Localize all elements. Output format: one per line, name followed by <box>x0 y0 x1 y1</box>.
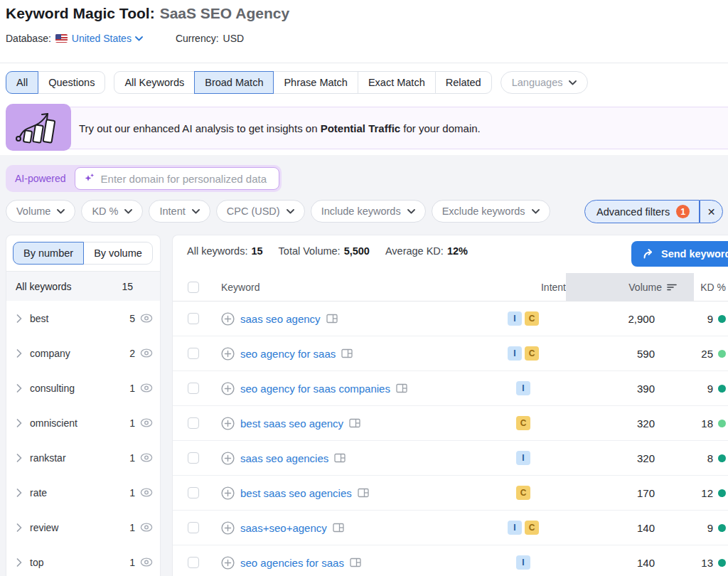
filter-include-keywords[interactable]: Include keywords <box>311 200 426 223</box>
row-checkbox[interactable] <box>188 348 199 359</box>
eye-icon[interactable] <box>140 383 153 393</box>
chevron-right-icon[interactable] <box>16 419 22 427</box>
keyword-group-row[interactable]: omniscient 1 <box>6 405 160 440</box>
eye-icon[interactable] <box>140 418 153 427</box>
tab-questions[interactable]: Questions <box>38 71 105 94</box>
row-checkbox[interactable] <box>188 557 199 568</box>
serp-icon[interactable] <box>341 348 353 358</box>
tab-phrase-match[interactable]: Phrase Match <box>273 71 358 94</box>
database-label: Database: <box>6 33 51 44</box>
row-checkbox[interactable] <box>188 417 199 429</box>
chevron-right-icon[interactable] <box>16 523 22 532</box>
database-selector[interactable]: United States <box>72 33 143 44</box>
filter-cpc-usd[interactable]: CPC (USD) <box>216 200 305 223</box>
keyword-group-row[interactable]: consulting 1 <box>6 370 160 405</box>
row-checkbox[interactable] <box>188 522 199 533</box>
send-keywords-button[interactable]: Send keyword <box>631 241 728 267</box>
domain-input[interactable] <box>101 173 270 185</box>
row-checkbox[interactable] <box>188 452 199 464</box>
select-all-checkbox[interactable] <box>188 282 199 293</box>
sidebar-toggle-by-volume[interactable]: By volume <box>83 242 153 265</box>
column-intent[interactable]: Intent <box>541 282 566 293</box>
serp-icon[interactable] <box>358 488 369 498</box>
serp-icon[interactable] <box>349 418 360 428</box>
add-keyword-icon[interactable] <box>221 382 235 395</box>
serp-icon[interactable] <box>333 523 344 533</box>
keyword-group-row[interactable]: top 1 <box>6 545 160 576</box>
summary-average-kd-value: 12% <box>447 245 468 257</box>
tab-all[interactable]: All <box>6 71 38 94</box>
clear-advanced-filters-button[interactable]: ✕ <box>700 200 723 223</box>
group-count: 1 <box>129 383 135 394</box>
page-title-main: Keyword Magic Tool: <box>6 5 155 21</box>
eye-icon[interactable] <box>140 488 153 497</box>
advanced-filters-button[interactable]: Advanced filters 1 <box>584 200 700 223</box>
add-keyword-icon[interactable] <box>221 486 235 500</box>
group-count: 5 <box>129 313 135 324</box>
ai-promo-banner: Try out our enhanced AI analysis to get … <box>21 107 728 149</box>
banner-text-before: Try out our enhanced AI analysis to get … <box>79 122 321 134</box>
serp-icon[interactable] <box>350 558 361 567</box>
keyword-group-row[interactable]: best 5 <box>6 301 160 336</box>
chevron-right-icon[interactable] <box>16 384 22 393</box>
keyword-link[interactable]: saas+seo+agency <box>240 522 327 534</box>
row-checkbox[interactable] <box>188 487 199 498</box>
group-label: rankstar <box>30 452 66 464</box>
row-checkbox[interactable] <box>188 313 199 324</box>
column-kd[interactable]: KD % <box>700 282 726 293</box>
meta-row: Database: United States Currency: USD <box>6 33 244 44</box>
chevron-right-icon[interactable] <box>16 454 22 462</box>
keyword-link[interactable]: best saas seo agency <box>240 417 343 430</box>
eye-icon[interactable] <box>140 523 153 532</box>
chevron-right-icon[interactable] <box>16 349 22 358</box>
add-keyword-icon[interactable] <box>221 417 235 430</box>
tab-related[interactable]: Related <box>435 71 492 94</box>
all-keywords-row[interactable]: All keywords 15 <box>6 272 160 301</box>
filter-intent[interactable]: Intent <box>149 200 210 223</box>
add-keyword-icon[interactable] <box>221 521 235 535</box>
tab-exact-match[interactable]: Exact Match <box>358 71 436 94</box>
keyword-link[interactable]: best saas seo agencies <box>240 487 352 499</box>
keyword-group-row[interactable]: rankstar 1 <box>6 440 160 475</box>
tab-all-keywords[interactable]: All Keywords <box>114 71 195 94</box>
advanced-filters-count-badge: 1 <box>676 205 690 218</box>
keyword-group-row[interactable]: rate 1 <box>6 475 160 510</box>
eye-icon[interactable] <box>140 453 153 462</box>
filter-kd[interactable]: KD % <box>81 200 143 223</box>
serp-icon[interactable] <box>334 453 346 463</box>
volume-value: 140 <box>566 557 694 569</box>
keyword-link[interactable]: seo agencies for saas <box>240 557 344 569</box>
add-keyword-icon[interactable] <box>221 347 235 361</box>
kd-difficulty-dot <box>718 350 726 358</box>
column-volume[interactable]: Volume <box>566 273 694 302</box>
sidebar-toggle-by-number[interactable]: By number <box>13 242 84 265</box>
column-keyword[interactable]: Keyword <box>221 282 259 293</box>
chevron-right-icon[interactable] <box>16 489 22 497</box>
keyword-link[interactable]: saas seo agency <box>240 313 321 325</box>
table-summary: All keywords:15 Total Volume:5,500 Avera… <box>187 245 468 257</box>
keyword-link[interactable]: seo agency for saas companies <box>240 383 390 395</box>
add-keyword-icon[interactable] <box>221 312 235 326</box>
add-keyword-icon[interactable] <box>221 556 235 570</box>
intent-badges: IC <box>481 311 566 326</box>
eye-icon[interactable] <box>140 314 153 323</box>
eye-icon[interactable] <box>140 348 153 358</box>
chevron-right-icon[interactable] <box>16 314 22 323</box>
filter-volume[interactable]: Volume <box>6 200 75 223</box>
add-keyword-icon[interactable] <box>221 452 235 465</box>
keyword-group-row[interactable]: review 1 <box>6 510 160 545</box>
tab-broad-match[interactable]: Broad Match <box>194 71 274 94</box>
chevron-right-icon[interactable] <box>16 558 22 567</box>
eye-icon[interactable] <box>140 558 153 567</box>
keyword-link[interactable]: saas seo agencies <box>240 452 328 464</box>
table-row: saas seo agency IC 2,900 9 <box>173 302 728 336</box>
row-checkbox[interactable] <box>188 383 199 394</box>
serp-icon[interactable] <box>326 314 338 324</box>
keyword-group-row[interactable]: company 2 <box>6 336 160 370</box>
intent-badges: I <box>481 451 566 465</box>
filter-exclude-keywords[interactable]: Exclude keywords <box>432 200 550 223</box>
keyword-link[interactable]: seo agency for saas <box>240 348 336 360</box>
serp-icon[interactable] <box>396 383 407 393</box>
languages-dropdown[interactable]: Languages <box>500 71 589 94</box>
group-label: company <box>30 348 70 359</box>
